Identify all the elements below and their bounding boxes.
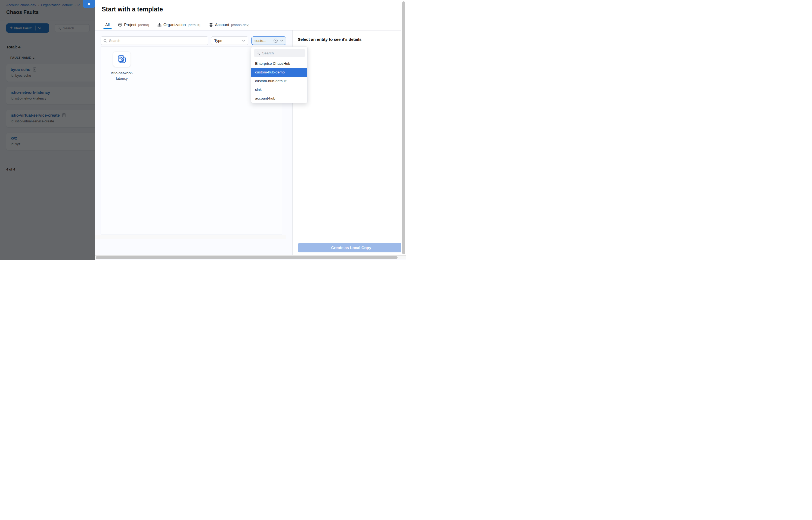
cube-icon (118, 23, 122, 27)
details-placeholder-text: Select an entity to see it's details (298, 37, 362, 42)
template-search (101, 36, 208, 45)
search-icon (103, 39, 107, 43)
grid-scrollbar-strip[interactable] (95, 235, 286, 239)
scope-tabs: All Project[demo] Organization[default] … (105, 21, 250, 28)
active-tab-indicator (103, 28, 112, 29)
chaoshub-dropdown-menu: Enterprise ChaosHub custom-hub-demo cust… (251, 47, 308, 103)
tab-account[interactable]: Account[chaos-dev] (209, 23, 250, 27)
option-custom-hub-default[interactable]: custom-hub-default (251, 77, 307, 85)
template-search-input[interactable] (109, 38, 206, 43)
horizontal-scrollbar-thumb[interactable] (96, 256, 398, 259)
dropdown-options: Enterprise ChaosHub custom-hub-demo cust… (251, 59, 307, 103)
option-account-hub[interactable]: account-hub (251, 94, 307, 103)
create-as-local-copy-button[interactable]: Create as Local Copy (298, 243, 404, 252)
tab-organization[interactable]: Organization[default] (157, 23, 200, 27)
close-icon: ✕ (87, 2, 90, 6)
tab-badge: [chaos-dev] (231, 23, 250, 27)
option-sink[interactable]: sink (251, 85, 307, 94)
vertical-scrollbar[interactable] (401, 0, 406, 255)
horizontal-scrollbar[interactable] (95, 255, 406, 259)
hierarchy-icon (157, 23, 161, 27)
tab-badge: [default] (188, 23, 200, 27)
app-window: Account: chaos-dev›Organization: default… (0, 0, 406, 260)
tab-project[interactable]: Project[demo] (118, 23, 149, 27)
dropdown-search (254, 49, 305, 57)
dropdown-search-input[interactable] (262, 51, 303, 55)
template-card-label: istio-network-latency (106, 71, 138, 81)
entity-details-panel: Select an entity to see it's details Cre… (293, 30, 406, 255)
chevron-down-icon (242, 40, 245, 42)
clear-filter-icon[interactable] (273, 38, 278, 43)
template-card-istio-network-latency[interactable]: istio-network-latency (101, 52, 142, 81)
option-custom-hub-demo[interactable]: custom-hub-demo (251, 68, 307, 77)
chevron-down-icon (280, 40, 283, 42)
type-filter-select[interactable]: Type (211, 36, 248, 45)
vertical-scrollbar-thumb[interactable] (402, 1, 405, 254)
close-button[interactable]: ✕ (83, 0, 95, 8)
tab-all[interactable]: All (105, 23, 110, 27)
chaoshub-filter-select[interactable]: custo... (251, 36, 286, 45)
layers-icon (209, 23, 213, 27)
search-icon (257, 51, 260, 55)
modal-title: Start with a template (102, 6, 163, 13)
start-with-template-modal: ✕ Start with a template All Project[demo… (95, 0, 406, 260)
template-stack-icon (113, 52, 131, 67)
bottom-edge (95, 259, 406, 260)
option-enterprise-chaoshub[interactable]: Enterprise ChaosHub (251, 59, 307, 68)
tab-badge: [demo] (138, 23, 149, 27)
